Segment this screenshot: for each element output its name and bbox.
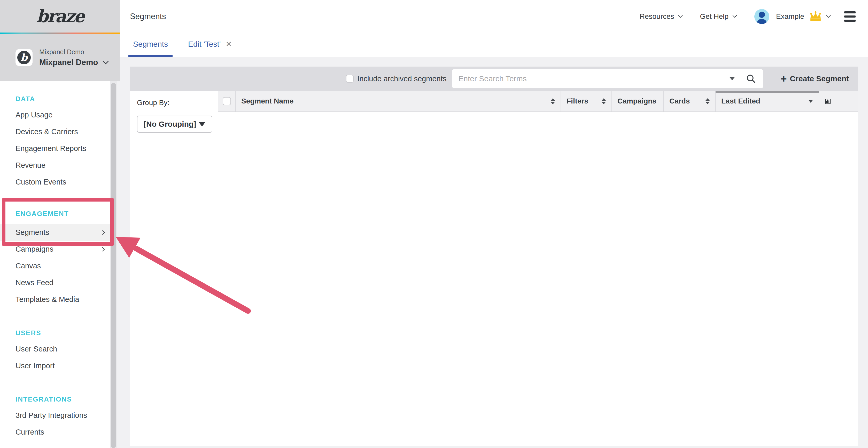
column-header-last-edited[interactable]: Last Edited [716,91,819,111]
column-header-analytics[interactable] [819,91,837,111]
sidebar-divider [9,384,101,384]
sort-icon[interactable] [551,98,555,104]
sort-icon[interactable] [706,98,710,104]
sort-icon[interactable] [602,98,606,104]
group-by-select[interactable]: [No Grouping] [137,115,212,133]
braze-logo: braze [36,6,84,26]
column-header-campaigns[interactable]: Campaigns [612,91,664,111]
sidebar-item-segments[interactable]: Segments [0,224,110,241]
chevron-down-icon [103,58,109,64]
group-by-panel: Group By: [No Grouping] [130,91,218,446]
tab-segments[interactable]: Segments [128,33,173,57]
resources-menu[interactable]: Resources [640,12,682,21]
search-box [452,69,763,88]
select-all-checkbox[interactable] [223,97,231,105]
segments-card: Include archived segments + Create Segme… [130,67,858,446]
close-tab-icon[interactable]: ✕ [226,40,232,48]
column-header-filters[interactable]: Filters [561,91,612,111]
plus-icon: + [781,74,786,84]
search-dropdown-caret-icon[interactable] [730,77,735,80]
logo-block: braze [0,0,120,33]
tabs-bar: Segments Edit 'Test' ✕ [120,33,868,57]
workspace-name: Mixpanel Demo [39,58,98,67]
sidebar-section-integrations: INTEGRATIONS [0,391,110,407]
get-help-menu[interactable]: Get Help [700,12,737,21]
top-bar: Segments Resources Get Help Example [120,0,868,33]
sidebar: DATA App Usage Devices & Carriers Engage… [0,81,110,448]
user-name: Example [776,12,804,21]
tab-edit-test[interactable]: Edit 'Test' ✕ [183,33,237,57]
sidebar-item-revenue[interactable]: Revenue [0,157,110,174]
sidebar-item-engagement-reports[interactable]: Engagement Reports [0,140,110,157]
main-content: Include archived segments + Create Segme… [120,57,868,448]
sidebar-section-users: USERS [0,325,110,341]
workspace-icon: b [16,49,33,66]
chevron-right-icon [100,230,105,235]
sidebar-item-user-import[interactable]: User Import [0,357,110,374]
segments-toolbar: Include archived segments + Create Segme… [130,67,858,91]
create-segment-button[interactable]: + Create Segment [770,67,858,91]
sidebar-item-currents[interactable]: Currents [0,424,110,441]
chevron-down-icon [827,13,831,18]
column-header-spacer [837,91,858,111]
search-icon[interactable] [746,74,756,83]
sidebar-item-user-search[interactable]: User Search [0,341,110,357]
group-by-label: Group By: [137,99,212,107]
brand-gradient-divider [0,33,120,34]
sidebar-item-devices-carriers[interactable]: Devices & Carriers [0,123,110,140]
sort-desc-icon[interactable] [808,100,813,103]
table-body-empty [218,112,858,446]
sidebar-item-templates-media[interactable]: Templates & Media [0,291,110,308]
column-header-segment-name[interactable]: Segment Name [236,91,561,111]
sidebar-scrollbar-track[interactable] [110,81,117,448]
sidebar-item-app-usage[interactable]: App Usage [0,107,110,123]
search-input[interactable] [458,74,727,83]
sidebar-item-3rd-party-integrations[interactable]: 3rd Party Integrations [0,407,110,424]
include-archived-label: Include archived segments [357,75,446,83]
sidebar-section-data: DATA [0,91,110,107]
page-title: Segments [130,12,166,21]
sidebar-item-campaigns[interactable]: Campaigns [0,241,110,257]
segments-table: Segment Name Filters Campaigns Cards [218,91,858,446]
dropdown-arrow-icon [198,122,206,127]
column-header-cards[interactable]: Cards [664,91,716,111]
avatar [754,9,769,24]
sidebar-divider [9,318,101,318]
table-header-row: Segment Name Filters Campaigns Cards [218,91,858,112]
bar-chart-icon[interactable] [825,96,831,106]
workspace-selector[interactable]: b Mixpanel Demo Mixpanel Demo [0,34,120,81]
chevron-right-icon [100,247,105,251]
workspace-label: Mixpanel Demo [39,48,108,56]
sidebar-item-canvas[interactable]: Canvas [0,257,110,274]
sidebar-section-engagement: ENGAGEMENT [0,206,110,221]
include-archived-checkbox[interactable] [346,75,354,82]
sidebar-item-news-feed[interactable]: News Feed [0,274,110,291]
crown-icon [809,11,822,22]
chevron-down-icon [678,13,683,18]
sidebar-scrollbar-thumb[interactable] [111,83,116,448]
hamburger-menu-icon[interactable] [844,11,856,22]
workspace-icon-letter: b [17,51,31,64]
user-menu[interactable]: Example [754,9,830,24]
chevron-down-icon [733,13,737,18]
sidebar-item-custom-events[interactable]: Custom Events [0,174,110,191]
